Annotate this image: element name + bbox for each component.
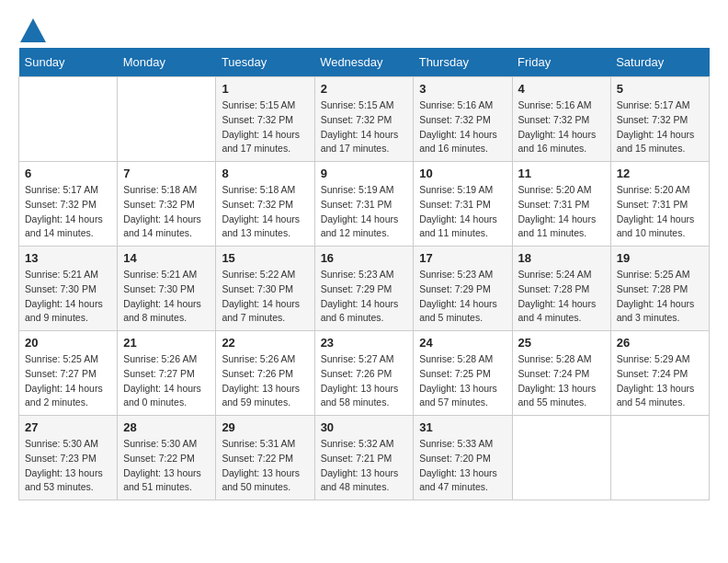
calendar-cell: 20Sunrise: 5:25 AMSunset: 7:27 PMDayligh… (19, 331, 118, 416)
day-number: 6 (25, 167, 111, 180)
calendar-cell: 14Sunrise: 5:21 AMSunset: 7:30 PMDayligh… (118, 247, 216, 331)
day-info: Sunrise: 5:26 AMSunset: 7:27 PMDaylight:… (123, 352, 210, 410)
day-info: Sunrise: 5:30 AMSunset: 7:22 PMDaylight:… (123, 437, 210, 495)
day-info: Sunrise: 5:21 AMSunset: 7:30 PMDaylight:… (123, 268, 210, 326)
calendar-cell (610, 416, 709, 500)
day-number: 21 (123, 336, 210, 350)
day-number: 8 (222, 167, 308, 180)
calendar-cell: 29Sunrise: 5:31 AMSunset: 7:22 PMDayligh… (216, 416, 314, 500)
calendar-header-row: SundayMondayTuesdayWednesdayThursdayFrid… (19, 48, 710, 77)
day-info: Sunrise: 5:31 AMSunset: 7:22 PMDaylight:… (222, 437, 308, 495)
header-day-thursday: Thursday (414, 48, 512, 77)
day-number: 20 (25, 336, 111, 350)
calendar-cell: 3Sunrise: 5:16 AMSunset: 7:32 PMDaylight… (414, 77, 512, 162)
day-number: 26 (617, 336, 703, 350)
calendar-cell: 6Sunrise: 5:17 AMSunset: 7:32 PMDaylight… (19, 162, 118, 247)
day-info: Sunrise: 5:20 AMSunset: 7:31 PMDaylight:… (617, 183, 703, 241)
calendar-cell: 25Sunrise: 5:28 AMSunset: 7:24 PMDayligh… (512, 331, 610, 416)
day-info: Sunrise: 5:15 AMSunset: 7:32 PMDaylight:… (222, 98, 308, 156)
week-row-1: 1Sunrise: 5:15 AMSunset: 7:32 PMDaylight… (19, 77, 710, 162)
calendar-cell: 10Sunrise: 5:19 AMSunset: 7:31 PMDayligh… (414, 162, 512, 247)
day-info: Sunrise: 5:19 AMSunset: 7:31 PMDaylight:… (321, 183, 408, 241)
calendar-cell: 18Sunrise: 5:24 AMSunset: 7:28 PMDayligh… (512, 247, 610, 331)
day-number: 7 (123, 167, 210, 180)
calendar-cell: 21Sunrise: 5:26 AMSunset: 7:27 PMDayligh… (118, 331, 216, 416)
calendar-cell: 9Sunrise: 5:19 AMSunset: 7:31 PMDaylight… (314, 162, 414, 247)
day-info: Sunrise: 5:16 AMSunset: 7:32 PMDaylight:… (518, 98, 605, 156)
calendar-cell: 4Sunrise: 5:16 AMSunset: 7:32 PMDaylight… (512, 77, 610, 162)
day-number: 18 (518, 251, 605, 265)
day-number: 1 (222, 82, 308, 96)
week-row-5: 27Sunrise: 5:30 AMSunset: 7:23 PMDayligh… (19, 416, 710, 500)
calendar-table: SundayMondayTuesdayWednesdayThursdayFrid… (18, 48, 710, 500)
week-row-3: 13Sunrise: 5:21 AMSunset: 7:30 PMDayligh… (19, 247, 710, 331)
day-number: 27 (25, 420, 111, 434)
calendar-cell: 19Sunrise: 5:25 AMSunset: 7:28 PMDayligh… (610, 247, 709, 331)
calendar-cell: 15Sunrise: 5:22 AMSunset: 7:30 PMDayligh… (216, 247, 314, 331)
calendar-cell: 24Sunrise: 5:28 AMSunset: 7:25 PMDayligh… (414, 331, 512, 416)
day-info: Sunrise: 5:28 AMSunset: 7:25 PMDaylight:… (419, 352, 506, 410)
day-info: Sunrise: 5:18 AMSunset: 7:32 PMDaylight:… (222, 183, 308, 241)
day-number: 19 (617, 251, 703, 265)
day-info: Sunrise: 5:21 AMSunset: 7:30 PMDaylight:… (25, 268, 111, 326)
day-info: Sunrise: 5:24 AMSunset: 7:28 PMDaylight:… (518, 268, 605, 326)
calendar-cell: 12Sunrise: 5:20 AMSunset: 7:31 PMDayligh… (610, 162, 709, 247)
day-info: Sunrise: 5:33 AMSunset: 7:20 PMDaylight:… (419, 437, 506, 495)
header-day-sunday: Sunday (19, 48, 118, 77)
day-number: 9 (321, 167, 408, 180)
logo (18, 18, 46, 39)
day-number: 15 (222, 251, 308, 265)
week-row-2: 6Sunrise: 5:17 AMSunset: 7:32 PMDaylight… (19, 162, 710, 247)
day-number: 29 (222, 420, 308, 434)
day-info: Sunrise: 5:30 AMSunset: 7:23 PMDaylight:… (25, 437, 111, 495)
header-day-tuesday: Tuesday (216, 48, 314, 77)
day-info: Sunrise: 5:18 AMSunset: 7:32 PMDaylight:… (123, 183, 210, 241)
calendar-cell: 5Sunrise: 5:17 AMSunset: 7:32 PMDaylight… (610, 77, 709, 162)
calendar-cell: 23Sunrise: 5:27 AMSunset: 7:26 PMDayligh… (314, 331, 414, 416)
logo-icon (20, 18, 46, 42)
calendar-cell: 1Sunrise: 5:15 AMSunset: 7:32 PMDaylight… (216, 77, 314, 162)
day-number: 5 (617, 82, 703, 96)
day-number: 24 (419, 336, 506, 350)
day-number: 23 (321, 336, 408, 350)
day-info: Sunrise: 5:23 AMSunset: 7:29 PMDaylight:… (419, 268, 506, 326)
day-info: Sunrise: 5:25 AMSunset: 7:28 PMDaylight:… (617, 268, 703, 326)
day-info: Sunrise: 5:26 AMSunset: 7:26 PMDaylight:… (222, 352, 308, 410)
day-number: 17 (419, 251, 506, 265)
day-info: Sunrise: 5:29 AMSunset: 7:24 PMDaylight:… (617, 352, 703, 410)
calendar-cell (19, 77, 118, 162)
calendar-cell: 16Sunrise: 5:23 AMSunset: 7:29 PMDayligh… (314, 247, 414, 331)
day-info: Sunrise: 5:17 AMSunset: 7:32 PMDaylight:… (25, 183, 111, 241)
day-info: Sunrise: 5:28 AMSunset: 7:24 PMDaylight:… (518, 352, 605, 410)
day-info: Sunrise: 5:16 AMSunset: 7:32 PMDaylight:… (419, 98, 506, 156)
calendar-cell: 17Sunrise: 5:23 AMSunset: 7:29 PMDayligh… (414, 247, 512, 331)
calendar-cell: 8Sunrise: 5:18 AMSunset: 7:32 PMDaylight… (216, 162, 314, 247)
day-number: 28 (123, 420, 210, 434)
day-number: 3 (419, 82, 506, 96)
day-number: 14 (123, 251, 210, 265)
day-info: Sunrise: 5:20 AMSunset: 7:31 PMDaylight:… (518, 183, 605, 241)
calendar-cell: 28Sunrise: 5:30 AMSunset: 7:22 PMDayligh… (118, 416, 216, 500)
day-info: Sunrise: 5:23 AMSunset: 7:29 PMDaylight:… (321, 268, 408, 326)
day-info: Sunrise: 5:19 AMSunset: 7:31 PMDaylight:… (419, 183, 506, 241)
day-number: 12 (617, 167, 703, 180)
calendar-cell: 7Sunrise: 5:18 AMSunset: 7:32 PMDaylight… (118, 162, 216, 247)
day-info: Sunrise: 5:17 AMSunset: 7:32 PMDaylight:… (617, 98, 703, 156)
header-day-saturday: Saturday (610, 48, 709, 77)
calendar-cell: 30Sunrise: 5:32 AMSunset: 7:21 PMDayligh… (314, 416, 414, 500)
calendar-cell: 26Sunrise: 5:29 AMSunset: 7:24 PMDayligh… (610, 331, 709, 416)
calendar-cell (512, 416, 610, 500)
day-number: 31 (419, 420, 506, 434)
day-info: Sunrise: 5:32 AMSunset: 7:21 PMDaylight:… (321, 437, 408, 495)
day-number: 13 (25, 251, 111, 265)
svg-marker-0 (20, 18, 46, 42)
calendar-cell: 31Sunrise: 5:33 AMSunset: 7:20 PMDayligh… (414, 416, 512, 500)
calendar-cell: 27Sunrise: 5:30 AMSunset: 7:23 PMDayligh… (19, 416, 118, 500)
page-header (18, 18, 710, 39)
header-day-wednesday: Wednesday (314, 48, 414, 77)
day-number: 25 (518, 336, 605, 350)
header-day-monday: Monday (118, 48, 216, 77)
calendar-cell: 22Sunrise: 5:26 AMSunset: 7:26 PMDayligh… (216, 331, 314, 416)
calendar-cell: 2Sunrise: 5:15 AMSunset: 7:32 PMDaylight… (314, 77, 414, 162)
calendar-cell: 11Sunrise: 5:20 AMSunset: 7:31 PMDayligh… (512, 162, 610, 247)
